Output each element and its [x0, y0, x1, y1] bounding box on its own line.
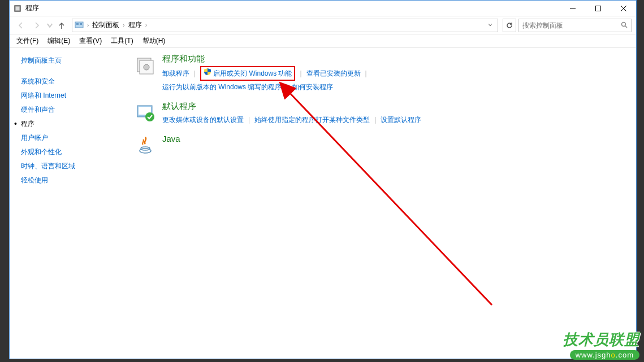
address-dropdown[interactable]	[485, 21, 495, 29]
category: Java	[134, 134, 625, 156]
minimize-button[interactable]	[560, 1, 585, 16]
menu-item[interactable]: 查看(V)	[75, 35, 106, 47]
window-icon	[13, 4, 22, 13]
link-divider: |	[194, 67, 196, 80]
breadcrumb-current[interactable]: 程序	[126, 20, 144, 30]
watermark-url: www.jsgho.com	[570, 350, 639, 360]
category-link[interactable]: 设置默认程序	[381, 114, 421, 126]
link-divider: |	[374, 114, 376, 126]
close-button[interactable]	[611, 1, 636, 16]
watermark-text: 技术员联盟	[563, 330, 639, 350]
sidebar-item[interactable]: 时钟、语言和区域	[21, 159, 123, 173]
category: 默认程序更改媒体或设备的默认设置|始终使用指定的程序打开某种文件类型|设置默认程…	[134, 101, 625, 126]
search-box[interactable]	[518, 19, 632, 32]
menu-item[interactable]: 工具(T)	[106, 35, 137, 47]
navigation-bar: › 控制面板 › 程序 ›	[10, 16, 636, 34]
link-text: 查看已安装的更新	[306, 69, 361, 77]
category-title[interactable]: 程序和功能	[162, 54, 625, 64]
menu-item[interactable]: 编辑(E)	[43, 35, 75, 47]
category-link[interactable]: 卸载程序	[162, 67, 189, 80]
sidebar-item[interactable]: 外观和个性化	[21, 145, 123, 159]
window-title: 程序	[25, 3, 560, 13]
menu-bar: 文件(F)编辑(E)查看(V)工具(T)帮助(H)	[10, 34, 636, 48]
watermark: 技术员联盟 www.jsgho.com	[563, 330, 639, 360]
category-link-row: 运行为以前版本的 Windows 编写的程序|如何安装程序	[162, 81, 625, 93]
search-input[interactable]	[522, 21, 621, 29]
category-title[interactable]: 默认程序	[162, 101, 625, 112]
java-icon	[134, 134, 157, 156]
category-link[interactable]: 查看已安装的更新	[306, 67, 361, 80]
sidebar-item[interactable]: 轻松使用	[21, 173, 123, 187]
sidebar-item[interactable]: 系统和安全	[21, 75, 123, 89]
category-title[interactable]: Java	[162, 134, 625, 143]
forward-button[interactable]	[30, 19, 44, 32]
back-button[interactable]	[14, 19, 28, 32]
category-link[interactable]: 始终使用指定的程序打开某种文件类型	[254, 114, 370, 126]
link-text: 如何安装程序	[292, 83, 333, 91]
svg-rect-1	[16, 6, 20, 10]
link-divider: |	[248, 114, 250, 126]
menu-item[interactable]: 帮助(H)	[138, 35, 170, 47]
up-button[interactable]	[56, 20, 67, 31]
sidebar-item[interactable]: 硬件和声音	[21, 103, 123, 117]
link-text: 更改媒体或设备的默认设置	[162, 116, 244, 124]
category-body: 程序和功能卸载程序|启用或关闭 Windows 功能|查看已安装的更新|运行为以…	[162, 54, 625, 93]
chevron-right-icon: ›	[122, 22, 126, 28]
maximize-button[interactable]	[585, 1, 611, 16]
link-divider: |	[300, 67, 301, 80]
control-panel-icon	[75, 21, 84, 30]
window-controls	[560, 1, 636, 16]
svg-rect-3	[595, 6, 600, 11]
category-body: 默认程序更改媒体或设备的默认设置|始终使用指定的程序打开某种文件类型|设置默认程…	[162, 101, 625, 126]
category-link[interactable]: 运行为以前版本的 Windows 编写的程序	[162, 81, 282, 93]
control-panel-home-link[interactable]: 控制面板主页	[21, 56, 123, 66]
svg-rect-8	[76, 23, 79, 25]
category-link-row: 更改媒体或设备的默认设置|始终使用指定的程序打开某种文件类型|设置默认程序	[162, 114, 625, 126]
link-text: 卸载程序	[162, 69, 189, 77]
menu-item[interactable]: 文件(F)	[12, 35, 43, 47]
annotation-highlight: 启用或关闭 Windows 功能	[200, 66, 295, 81]
control-panel-window: 程序 › 控制面板 › 程序 › 文件(F)编辑(E)查看(V)工具(T)	[9, 0, 637, 359]
refresh-button[interactable]	[503, 19, 516, 32]
sidebar-category-list: 系统和安全网络和 Internet硬件和声音程序用户帐户外观和个性化时钟、语言和…	[21, 75, 123, 187]
link-text: 启用或关闭 Windows 功能	[213, 69, 292, 77]
history-dropdown[interactable]	[46, 19, 54, 32]
category-link[interactable]: 启用或关闭 Windows 功能	[204, 67, 292, 80]
body: 控制面板主页 系统和安全网络和 Internet硬件和声音程序用户帐户外观和个性…	[10, 48, 636, 359]
svg-point-17	[145, 112, 154, 121]
breadcrumb-root[interactable]: 控制面板	[90, 20, 122, 30]
chevron-right-icon: ›	[144, 22, 148, 28]
sidebar-item[interactable]: 网络和 Internet	[21, 89, 123, 103]
address-bar[interactable]: › 控制面板 › 程序 ›	[72, 19, 498, 32]
link-text: 设置默认程序	[381, 116, 421, 124]
svg-rect-9	[80, 23, 82, 25]
svg-point-10	[622, 22, 626, 26]
defaults-icon	[134, 101, 157, 124]
svg-line-11	[625, 26, 627, 28]
category-body: Java	[162, 134, 625, 156]
sidebar-item[interactable]: 程序	[21, 117, 123, 131]
link-divider: |	[365, 67, 367, 80]
content-area: 程序和功能卸载程序|启用或关闭 Windows 功能|查看已安装的更新|运行为以…	[123, 48, 636, 359]
link-text: 运行为以前版本的 Windows 编写的程序	[162, 83, 282, 91]
sidebar: 控制面板主页 系统和安全网络和 Internet硬件和声音程序用户帐户外观和个性…	[10, 48, 123, 359]
link-text: 始终使用指定的程序打开某种文件类型	[254, 116, 370, 124]
uac-shield-icon	[204, 69, 211, 77]
category-link[interactable]: 更改媒体或设备的默认设置	[162, 114, 244, 126]
programs-icon	[134, 54, 157, 76]
chevron-right-icon: ›	[86, 22, 90, 28]
category-link[interactable]: 如何安装程序	[292, 81, 333, 93]
svg-point-14	[144, 64, 149, 70]
sidebar-item[interactable]: 用户帐户	[21, 131, 123, 145]
category: 程序和功能卸载程序|启用或关闭 Windows 功能|查看已安装的更新|运行为以…	[134, 54, 625, 93]
link-divider: |	[286, 81, 288, 93]
search-icon	[621, 20, 628, 30]
category-link-row: 卸载程序|启用或关闭 Windows 功能|查看已安装的更新|	[162, 66, 625, 81]
titlebar: 程序	[10, 1, 636, 16]
